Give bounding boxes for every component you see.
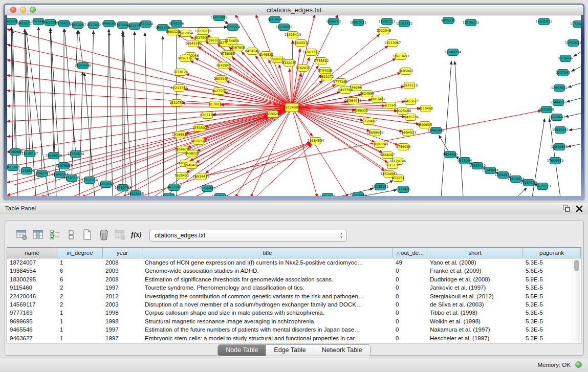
graph-node[interactable]: 12213383 <box>171 85 188 92</box>
cell-in_degree[interactable]: 1 <box>57 325 103 334</box>
graph-node[interactable]: 19495796 <box>402 114 419 121</box>
cell-title[interactable]: Estimation of the future numbers of pati… <box>142 325 393 334</box>
cell-title[interactable]: Genome-wide association studies in ADHD. <box>142 267 393 275</box>
graph-node[interactable]: 9405571 <box>17 20 32 27</box>
citation-edge-red[interactable] <box>7 91 292 107</box>
citation-edge[interactable] <box>109 32 113 196</box>
cell-name[interactable]: 14569117 <box>7 300 57 309</box>
graph-node[interactable]: 3624554 <box>360 91 374 97</box>
cell-title[interactable]: Corpus callosum shape and size in male p… <box>142 309 393 317</box>
cell-name[interactable]: 9115460 <box>7 283 57 292</box>
graph-node[interactable]: 11823631 <box>319 193 336 196</box>
graph-node[interactable]: 11381111 <box>379 18 396 25</box>
graph-node[interactable]: 15720407 <box>360 118 377 125</box>
network-canvas[interactable]: 1872400718300295193845548660128891295413… <box>7 15 581 196</box>
cell-year[interactable]: 1998 <box>103 309 142 317</box>
graph-node[interactable]: 1615132 <box>385 162 400 169</box>
cell-in_degree[interactable]: 6 <box>57 275 103 283</box>
citation-edge[interactable] <box>568 82 581 87</box>
table-settings-icon[interactable] <box>15 229 28 242</box>
cell-name[interactable]: 19384554 <box>7 267 57 275</box>
graph-node[interactable]: 1621072 <box>319 74 334 80</box>
citation-edge-red[interactable] <box>292 40 293 107</box>
citation-edge[interactable] <box>455 61 463 196</box>
cell-in_degree[interactable]: 1 <box>57 258 103 267</box>
graph-node[interactable]: 18807249 <box>372 141 388 148</box>
table-row[interactable]: 2242004622012Investigating the contribut… <box>7 292 581 300</box>
graph-node[interactable]: 1527602 <box>86 22 101 29</box>
citation-edge-red[interactable] <box>31 116 268 196</box>
graph-node[interactable]: 8813054 <box>268 16 282 23</box>
graph-node[interactable]: 17957254 <box>81 177 98 184</box>
graph-node[interactable]: 12323445 <box>127 191 144 196</box>
cell-name[interactable]: 9463627 <box>7 334 57 342</box>
graph-node[interactable]: 16210643 <box>549 114 565 121</box>
graph-node[interactable]: 2803144 <box>214 76 228 82</box>
delete-icon[interactable] <box>97 229 110 242</box>
cell-title[interactable]: Tourette syndrome. Phenomenology and cla… <box>142 283 393 292</box>
column-header-name[interactable]: name <box>7 248 57 258</box>
graph-node[interactable]: 19654923 <box>400 129 417 136</box>
graph-node[interactable]: 452254 <box>392 175 404 182</box>
cell-year[interactable]: 1998 <box>103 317 142 325</box>
graph-node[interactable]: 7515124 <box>139 21 153 28</box>
graph-node[interactable]: 12213967 <box>384 40 401 47</box>
network-window-titlebar[interactable]: citations_edges.txt <box>5 5 583 15</box>
cell-out_de[interactable]: 0 <box>393 325 427 334</box>
table-row[interactable]: 911546021997Tourette syndrome. Phenomeno… <box>7 283 581 292</box>
float-panel-icon[interactable] <box>563 205 571 212</box>
citation-edge[interactable] <box>123 33 125 196</box>
graph-node[interactable]: 9884067 <box>380 152 395 159</box>
cell-year[interactable]: 1997 <box>103 334 142 342</box>
graph-node[interactable]: 15718485 <box>199 185 216 192</box>
graph-node[interactable]: 9115460 <box>419 105 433 112</box>
graph-node[interactable]: 2367608 <box>231 45 245 51</box>
graph-node[interactable]: 10196522 <box>463 19 480 26</box>
cell-in_degree[interactable]: 1 <box>57 317 103 325</box>
graph-node[interactable]: 1022548 <box>377 28 391 34</box>
cell-year[interactable]: 1997 <box>103 283 142 292</box>
graph-node[interactable]: 10973493 <box>393 53 409 60</box>
graph-node[interactable]: 9425094 <box>458 158 472 164</box>
graph-node[interactable]: 13325413 <box>285 32 301 38</box>
graph-node[interactable]: 21915346 <box>75 62 92 69</box>
graph-node[interactable]: 2718126 <box>173 69 188 76</box>
tab-edge-table[interactable]: Edge Table <box>266 345 314 356</box>
graph-node[interactable]: 7986322 <box>354 107 368 114</box>
cell-in_degree[interactable]: 2 <box>57 292 103 300</box>
graph-node[interactable]: 9424509 <box>443 151 458 158</box>
graph-node[interactable]: 10743551 <box>161 193 178 196</box>
graph-node[interactable]: 9699695 <box>418 122 432 128</box>
table-scrollbar[interactable] <box>573 259 580 342</box>
table-row[interactable]: 1456911722003Disruption of a novel membe… <box>7 300 581 309</box>
graph-node[interactable]: 12975115 <box>401 82 418 89</box>
cell-title[interactable]: Structural magnetic resonance image aver… <box>142 317 393 325</box>
column-header-out_de[interactable]: △out_de... <box>393 248 427 258</box>
function-icon[interactable]: f(x) <box>130 229 143 242</box>
graph-node[interactable]: 16033809 <box>211 15 228 21</box>
citation-edge[interactable] <box>123 34 132 196</box>
citation-edge-red[interactable] <box>292 107 317 196</box>
cell-name[interactable]: 9699695 <box>7 317 57 325</box>
graph-node[interactable]: 8454749 <box>245 48 259 55</box>
graph-node[interactable]: 1353593 <box>192 125 207 132</box>
graph-node[interactable]: 14646137 <box>212 193 229 196</box>
close-panel-icon[interactable] <box>576 205 583 212</box>
cell-short[interactable]: Hescheler et al. (1997) <box>427 334 523 342</box>
cell-name[interactable]: 18724007 <box>7 258 57 267</box>
graph-node[interactable]: 9501205 <box>156 25 170 31</box>
graph-node[interactable]: 8267130 <box>200 112 214 119</box>
graph-node[interactable]: 20206526 <box>46 152 62 159</box>
cell-out_de[interactable]: 0 <box>393 334 427 342</box>
citation-edge[interactable] <box>568 143 581 147</box>
cell-year[interactable]: 2003 <box>103 300 142 309</box>
graph-node[interactable]: 12161722 <box>396 20 413 27</box>
cell-name[interactable]: 22420046 <box>7 292 57 300</box>
citation-edge[interactable] <box>565 113 581 117</box>
graph-node[interactable]: 10653287 <box>70 22 86 29</box>
graph-node[interactable]: 8912954 <box>179 30 193 37</box>
citation-edge[interactable] <box>163 27 227 28</box>
graph-node[interactable]: 15135141 <box>372 184 389 190</box>
graph-node[interactable]: 9306742 <box>326 18 341 25</box>
graph-node[interactable]: 13226058 <box>195 28 212 35</box>
